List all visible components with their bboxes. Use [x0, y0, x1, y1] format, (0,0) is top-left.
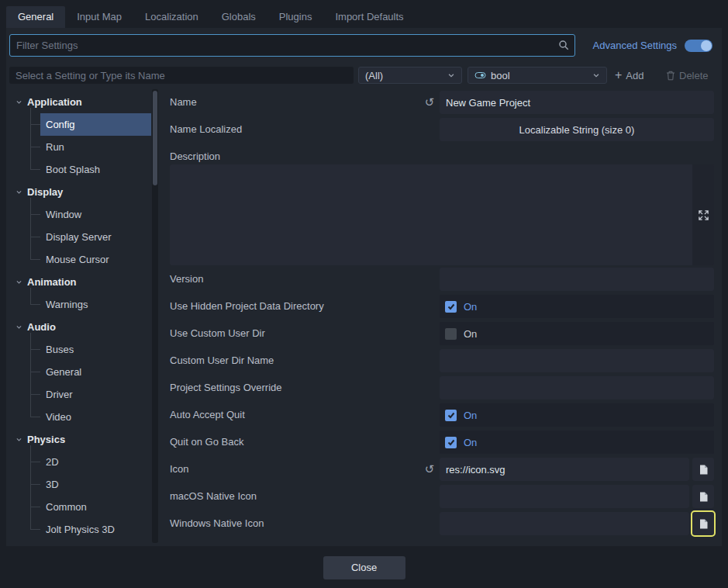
tab-globals[interactable]: Globals — [210, 6, 267, 28]
expand-icon[interactable] — [698, 209, 709, 221]
advanced-settings-toggle[interactable] — [685, 40, 712, 52]
tree-item-label: Mouse Cursor — [46, 254, 109, 265]
chevron-down-icon — [16, 436, 22, 443]
filter-settings-input[interactable] — [9, 34, 575, 57]
tab-import-defaults[interactable]: Import Defaults — [323, 6, 415, 28]
checkbox[interactable] — [445, 437, 457, 448]
scrollbar-thumb[interactable] — [153, 91, 157, 185]
chevron-down-icon — [16, 278, 22, 285]
file-dialog-button[interactable] — [692, 512, 714, 535]
tree-item-window[interactable]: Window — [40, 203, 151, 226]
revert-icon[interactable]: ↺ — [421, 91, 438, 114]
name-localized-button[interactable]: Localizable String (size 0) — [440, 118, 714, 141]
chevron-down-icon — [592, 71, 600, 79]
tree-item-config[interactable]: Config — [40, 113, 151, 136]
tree-item-display-server[interactable]: Display Server — [40, 226, 151, 248]
trash-icon — [666, 71, 675, 81]
project-settings-override-field[interactable] — [440, 376, 714, 399]
file-icon — [699, 492, 708, 502]
tree-item-label: Jolt Physics 3D — [46, 524, 115, 535]
filter-settings-wrap — [9, 34, 575, 57]
macos-native-icon-field[interactable] — [440, 485, 689, 508]
tree-item-general[interactable]: General — [40, 361, 151, 383]
file-icon — [699, 519, 708, 529]
on-label: On — [464, 410, 477, 421]
file-dialog-button[interactable] — [692, 485, 714, 508]
type-dropdown[interactable]: bool — [468, 67, 607, 84]
tree-item-label: Run — [46, 141, 64, 153]
feature-filter-value: (All) — [365, 70, 383, 81]
tree-item-mouse-cursor[interactable]: Mouse Cursor — [40, 248, 151, 271]
checkbox[interactable] — [445, 410, 457, 421]
property-row: Name Localized Localizable String (size … — [170, 118, 714, 141]
revert-icon[interactable]: ↺ — [421, 458, 438, 481]
property-label: Project Settings Override — [170, 376, 282, 399]
toggle-knob — [701, 40, 712, 51]
tree-item-label: Display Server — [46, 231, 112, 243]
name-localized-label: Localizable String (size 0) — [519, 124, 635, 136]
tree-item-warnings[interactable]: Warnings — [40, 293, 151, 316]
windows-native-icon-field[interactable] — [440, 512, 689, 535]
close-button[interactable]: Close — [323, 556, 405, 579]
add-button[interactable]: + Add — [610, 67, 648, 84]
on-label: On — [464, 328, 477, 340]
tree-item-label: General — [46, 366, 81, 378]
tree-item-label: Window — [46, 209, 81, 220]
sidebar-scrollbar[interactable] — [152, 89, 158, 543]
tree-item-buses[interactable]: Buses — [40, 338, 151, 361]
description-editor — [170, 164, 714, 265]
version-field[interactable] — [440, 268, 714, 291]
description-textarea[interactable] — [170, 164, 714, 265]
tab-localization[interactable]: Localization — [133, 6, 210, 28]
checkbox-strip: On — [440, 295, 714, 318]
checkbox-strip: On — [440, 431, 714, 454]
tree-section-label: Audio — [27, 321, 56, 333]
delete-button[interactable]: Delete — [661, 67, 713, 84]
custom-user-dir-name-field[interactable] — [440, 349, 714, 372]
property-label: macOS Native Icon — [170, 485, 257, 508]
tree-item-driver[interactable]: Driver — [40, 383, 151, 406]
property-label: Windows Native Icon — [170, 512, 264, 535]
property-label: Icon — [170, 458, 189, 481]
checkbox[interactable] — [445, 328, 457, 340]
property-label: Name Localized — [170, 118, 242, 141]
on-label: On — [464, 301, 477, 313]
on-label: On — [464, 437, 477, 448]
tree-item-2d[interactable]: 2D — [40, 451, 151, 473]
checkbox[interactable] — [445, 301, 457, 313]
property-row: macOS Native Icon — [170, 485, 714, 508]
tree-item-3d[interactable]: 3D — [40, 473, 151, 496]
property-row: Project Settings Override — [170, 376, 714, 399]
property-row: Quit on Go Back On — [170, 431, 714, 454]
tree-item-video[interactable]: Video — [40, 406, 151, 428]
tree-item-label: Video — [46, 411, 71, 423]
tab-bar: General Input Map Localization Globals P… — [6, 6, 722, 28]
tree-item-common[interactable]: Common — [40, 496, 151, 518]
name-field[interactable] — [440, 91, 714, 114]
file-icon — [699, 465, 708, 475]
property-label: Custom User Dir Name — [170, 349, 274, 372]
tree-section-label: Physics — [27, 434, 65, 445]
expand-strip — [692, 164, 714, 265]
tab-input-map[interactable]: Input Map — [65, 6, 133, 28]
tree-item-run[interactable]: Run — [40, 136, 151, 158]
bool-type-icon — [474, 71, 486, 80]
feature-filter-dropdown[interactable]: (All) — [358, 67, 462, 84]
property-row: Version — [170, 268, 714, 291]
property-label: Use Hidden Project Data Directory — [170, 295, 324, 318]
tab-general[interactable]: General — [6, 6, 65, 28]
chevron-down-icon — [16, 323, 22, 330]
setting-name-input[interactable] — [9, 67, 354, 84]
tree-item-jolt-physics-3d[interactable]: Jolt Physics 3D — [40, 518, 151, 541]
property-row: Icon ↺ — [170, 458, 714, 481]
property-row: Windows Native Icon — [170, 512, 714, 535]
tree-item-label: Warnings — [46, 299, 88, 310]
tree-item-label: Driver — [46, 389, 73, 400]
properties-panel: Name ↺ Name Localized Localizable String… — [170, 89, 714, 543]
icon-path-field[interactable] — [440, 458, 689, 481]
property-row: Name ↺ — [170, 91, 714, 114]
tab-plugins[interactable]: Plugins — [267, 6, 324, 28]
tree-item-boot-splash[interactable]: Boot Splash — [40, 158, 151, 181]
dialog-footer: Close — [0, 546, 728, 588]
file-dialog-button[interactable] — [692, 458, 714, 481]
